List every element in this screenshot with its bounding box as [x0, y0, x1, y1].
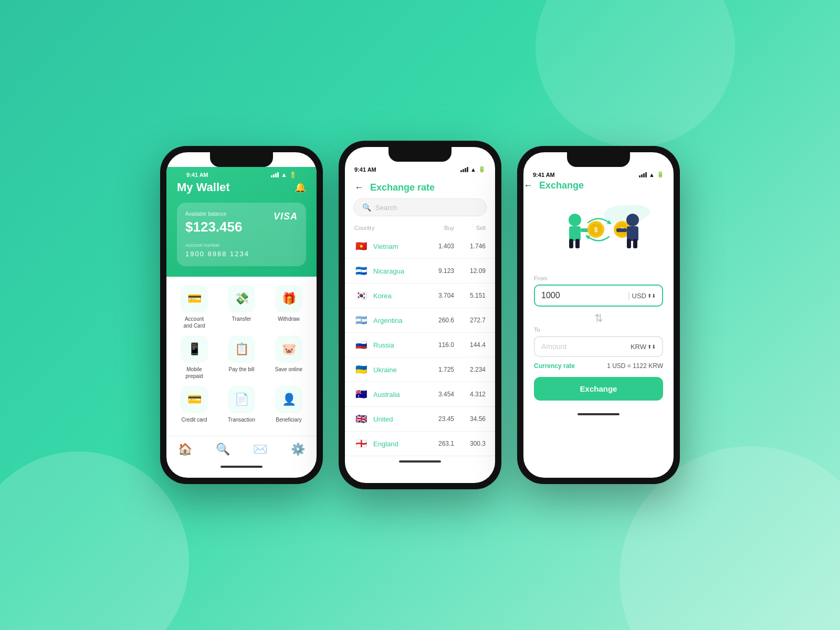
rate-row[interactable]: 🇦🇺 Australia 3.454 4.312	[345, 382, 495, 407]
status-time-2: 9:41 AM	[354, 166, 376, 173]
country-name: Australia	[373, 391, 423, 398]
buy-rate: 263.1	[423, 440, 454, 447]
back-button-3[interactable]: ←	[523, 180, 533, 191]
from-currency: USD	[632, 292, 646, 300]
flag-united: 🇬🇧	[354, 412, 368, 426]
country-name: Nicaragua	[373, 267, 423, 275]
buy-rate: 3.704	[423, 292, 454, 299]
nav-settings[interactable]: ⚙️	[291, 443, 305, 456]
phone-notch-2	[388, 147, 452, 162]
rate-row[interactable]: 🇻🇳 Vietnam 1.403 1.746	[345, 234, 495, 259]
beneficiary-label: Beneficiary	[276, 416, 301, 423]
phone-wallet-screen: 9:41 AM ▲ 🔋 My Wallet 🔔	[166, 152, 317, 478]
rate-row[interactable]: 🏴󠁧󠁢󠁥󠁮󠁧󠁿 England 263.1 300.3	[345, 432, 495, 456]
rate-row[interactable]: 🇦🇷 Argentina 260.6 272.7	[345, 308, 495, 333]
phone-exchange-screen: 9:41 AM ▲ 🔋 ← Exchange	[523, 152, 674, 478]
status-time-3: 9:41 AM	[533, 172, 555, 178]
transaction-label: Transaction	[228, 416, 255, 423]
currency-rate-row: Currency rate 1 USD = 1122 KRW	[534, 362, 663, 370]
flag-korea: 🇰🇷	[354, 289, 368, 302]
menu-item-credit-card[interactable]: 💳 Credit card	[174, 386, 215, 423]
sell-rate: 272.7	[454, 317, 486, 324]
phone-notch-3	[567, 152, 630, 167]
menu-item-transfer[interactable]: 💸 Transfer	[221, 285, 262, 329]
nav-home[interactable]: 🏠	[178, 443, 192, 456]
from-amount[interactable]: 1000	[541, 291, 628, 300]
buy-rate: 260.6	[423, 317, 454, 324]
swap-button[interactable]: ⇅	[534, 312, 663, 324]
flag-nicaragua: 🇳🇮	[354, 264, 368, 278]
phone-notch-1	[210, 152, 273, 167]
exchange-rate-title: Exchange rate	[370, 182, 435, 193]
from-currency-select[interactable]: USD ⬆⬇	[632, 292, 656, 300]
sell-rate: 12.09	[454, 267, 486, 275]
exchange-form: From 1000 | USD ⬆⬇ ⇅ To Amount KRW	[523, 270, 674, 409]
to-input-row[interactable]: Amount KRW ⬆⬇	[534, 336, 663, 357]
rate-row[interactable]: 🇰🇷 Korea 3.704 5.151	[345, 284, 495, 308]
exchange-button[interactable]: Exchange	[534, 377, 663, 401]
rate-row[interactable]: 🇳🇮 Nicaragua 9.123 12.09	[345, 259, 495, 284]
wifi-icon-1: ▲	[281, 171, 287, 178]
flag-argentina: 🇦🇷	[354, 313, 368, 327]
phones-container: 9:41 AM ▲ 🔋 My Wallet 🔔	[160, 141, 680, 489]
wifi-icon-2: ▲	[470, 166, 476, 173]
nav-search[interactable]: 🔍	[216, 443, 230, 456]
wallet-card: Available balance $123.456 VISA Account …	[177, 203, 306, 266]
country-name: Ukraine	[373, 366, 423, 374]
battery-icon-1: 🔋	[289, 172, 297, 178]
svg-point-15	[626, 214, 639, 226]
country-name: Vietnam	[373, 243, 423, 250]
wallet-top-bar: My Wallet 🔔	[177, 181, 306, 194]
status-icons-3: ▲ 🔋	[639, 171, 664, 178]
rate-row[interactable]: 🇬🇧 United 23.45 34.56	[345, 407, 495, 432]
menu-grid: 💳 Accountand Card 💸 Transfer 🎁 Withdraw …	[174, 285, 309, 423]
nav-mail[interactable]: ✉️	[253, 443, 267, 456]
buy-rate: 116.0	[423, 341, 454, 349]
rate-row[interactable]: 🇺🇦 Ukraine 1.725 2.234	[345, 358, 495, 382]
country-name: England	[373, 440, 423, 448]
bottom-nav: 🏠 🔍 ✉️ ⚙️	[166, 436, 317, 461]
exchange-header: ← Exchange	[523, 180, 674, 191]
buy-rate: 9.123	[423, 267, 454, 275]
currency-rate-value: 1 USD = 1122 KRW	[607, 362, 663, 370]
wallet-body: 💳 Accountand Card 💸 Transfer 🎁 Withdraw …	[166, 277, 317, 432]
svg-point-2	[569, 214, 581, 226]
svg-rect-18	[633, 239, 637, 248]
to-amount-placeholder: Amount	[541, 342, 631, 351]
to-currency-select[interactable]: KRW ⬆⬇	[631, 343, 656, 351]
pay-bill-label: Pay the bill	[229, 366, 255, 373]
battery-icon-2: 🔋	[478, 166, 486, 173]
status-time-1: 9:41 AM	[186, 172, 208, 178]
buy-rate: 3.454	[423, 391, 454, 398]
signal-3	[639, 172, 647, 177]
menu-item-mobile-prepaid[interactable]: 📱 Mobileprepaid	[174, 335, 215, 380]
menu-item-account-card[interactable]: 💳 Accountand Card	[174, 285, 215, 329]
sell-rate: 300.3	[454, 440, 486, 447]
back-button-2[interactable]: ←	[354, 182, 364, 193]
phone-exchange-rate-screen: 9:41 AM ▲ 🔋 ← Exchange rate 🔍	[345, 147, 495, 483]
bell-icon[interactable]: 🔔	[295, 182, 306, 193]
svg-rect-19	[616, 228, 627, 232]
col-country-header: Country	[354, 225, 423, 231]
save-online-icon: 🐷	[275, 335, 302, 363]
home-bar-2	[399, 460, 441, 463]
exchange-svg: $ £	[546, 199, 651, 267]
menu-item-beneficiary[interactable]: 👤 Beneficiary	[268, 386, 309, 423]
visa-logo: VISA	[274, 211, 298, 222]
menu-item-withdraw[interactable]: 🎁 Withdraw	[268, 285, 309, 329]
menu-item-pay-bill[interactable]: 📋 Pay the bill	[221, 335, 262, 380]
from-input-row[interactable]: 1000 | USD ⬆⬇	[534, 285, 663, 307]
rate-row[interactable]: 🇷🇺 Russia 116.0 144.4	[345, 333, 495, 358]
flag-england: 🏴󠁧󠁢󠁥󠁮󠁧󠁿	[354, 437, 368, 450]
card-balance-label: Available balance	[185, 211, 242, 217]
phone-exchange: 9:41 AM ▲ 🔋 ← Exchange	[517, 146, 680, 484]
swap-icon: ⇅	[594, 312, 603, 324]
menu-item-save-online[interactable]: 🐷 Save online	[268, 335, 309, 380]
card-left: Available balance $123.456	[185, 211, 242, 235]
menu-item-transaction[interactable]: 📄 Transaction	[221, 386, 262, 423]
search-box[interactable]: 🔍 Search	[353, 198, 487, 216]
signal-2	[460, 167, 468, 172]
mobile-prepaid-icon: 📱	[181, 335, 208, 363]
account-number: 1900 8988 1234	[185, 250, 298, 258]
status-icons-1: ▲ 🔋	[271, 171, 297, 178]
